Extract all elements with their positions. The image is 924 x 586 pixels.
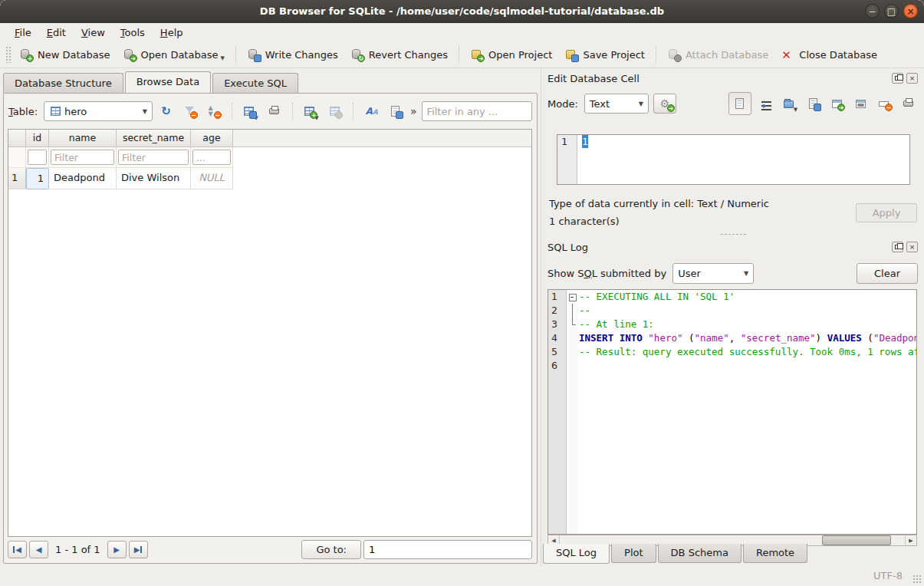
open-database-dropdown-icon[interactable]: ▼ bbox=[220, 55, 224, 61]
filter-age-input[interactable] bbox=[192, 150, 231, 165]
close-button[interactable]: × bbox=[903, 4, 918, 18]
dock-tab-remote[interactable]: Remote bbox=[743, 544, 807, 563]
fold-marker-icon[interactable] bbox=[567, 290, 579, 304]
sql-log-close-button[interactable]: × bbox=[906, 242, 918, 252]
print-cell-button[interactable] bbox=[899, 94, 918, 113]
sql-source-select[interactable]: User ▼ bbox=[672, 263, 754, 284]
cell-type-info: Type of data currently in cell: Text / N… bbox=[549, 198, 769, 209]
menu-edit[interactable]: Edit bbox=[40, 25, 73, 40]
save-results-icon bbox=[242, 105, 256, 118]
write-changes-button[interactable]: Write Changes bbox=[241, 45, 344, 64]
indent-icon bbox=[759, 97, 773, 110]
cell-secret-name[interactable]: Dive Wilson bbox=[117, 168, 191, 189]
filter-id-input[interactable] bbox=[28, 150, 47, 165]
scrollbar-thumb[interactable] bbox=[822, 535, 891, 545]
save-project-button[interactable]: Save Project bbox=[558, 45, 651, 64]
tab-database-structure[interactable]: Database Structure bbox=[3, 73, 123, 93]
table-select-value: hero bbox=[64, 106, 87, 117]
auto-format-button[interactable] bbox=[757, 94, 775, 113]
cell-editor-line-number: 1 bbox=[557, 135, 577, 148]
dock-tab-plot[interactable]: Plot bbox=[611, 544, 656, 563]
previous-record-button[interactable]: ◀ bbox=[29, 541, 48, 558]
menu-file[interactable]: File bbox=[8, 25, 38, 40]
minimize-button[interactable]: − bbox=[865, 4, 880, 18]
filter-name-input[interactable] bbox=[51, 150, 114, 165]
cell-age[interactable]: NULL bbox=[191, 168, 233, 189]
sql-log-controls: Show SQL submitted by User ▼ Clear bbox=[547, 261, 918, 285]
clear-sorting-button[interactable]: ▲▼− bbox=[203, 101, 224, 121]
resize-grip-icon[interactable] bbox=[912, 574, 922, 584]
row-header[interactable]: 1 bbox=[8, 168, 26, 189]
export-data-button[interactable] bbox=[804, 94, 823, 113]
sql-log-editor[interactable]: 1-- EXECUTING ALL IN 'SQL 1'2--3-- At li… bbox=[547, 289, 917, 535]
record-navigation: ◀ ◀ 1 - 1 of 1 ▶ ▶ Go to: bbox=[8, 539, 532, 560]
maximize-button[interactable]: □ bbox=[884, 4, 899, 18]
attach-database-icon bbox=[667, 48, 681, 61]
scroll-right-icon[interactable]: ▶ bbox=[905, 535, 916, 545]
copy-link-button[interactable] bbox=[852, 94, 870, 113]
revert-changes-button[interactable]: ↻ Revert Changes bbox=[344, 45, 454, 64]
print-button[interactable] bbox=[264, 101, 284, 121]
filter-any-input[interactable] bbox=[422, 101, 532, 121]
find-in-table-button[interactable] bbox=[385, 101, 406, 121]
close-database-button[interactable]: ✕ Close Database bbox=[774, 45, 883, 64]
goto-button[interactable]: Go to: bbox=[301, 540, 361, 559]
filter-name[interactable] bbox=[49, 147, 117, 168]
tab-execute-sql[interactable]: Execute SQL bbox=[212, 73, 298, 93]
menu-view[interactable]: View bbox=[74, 25, 112, 40]
column-header-secret-name[interactable]: secret_name bbox=[117, 130, 191, 147]
menu-help[interactable]: Help bbox=[153, 25, 190, 40]
cell-editor[interactable]: 1 1 bbox=[557, 134, 910, 185]
sql-log-float-button[interactable] bbox=[892, 242, 903, 252]
next-record-button[interactable]: ▶ bbox=[107, 541, 127, 558]
clear-filters-button[interactable]: − bbox=[179, 101, 200, 121]
import-data-button[interactable]: ▼ bbox=[781, 94, 799, 113]
table-select[interactable]: hero ▼ bbox=[44, 101, 153, 121]
delete-record-icon bbox=[328, 105, 342, 118]
apply-format-button[interactable]: ⚙ ➜ bbox=[653, 94, 676, 114]
clear-log-button[interactable]: Clear bbox=[857, 263, 918, 284]
encoding-indicator[interactable]: UTF-8 bbox=[873, 570, 903, 581]
mode-select[interactable]: Text ▼ bbox=[584, 94, 649, 114]
insert-record-button[interactable]: +▼ bbox=[301, 101, 321, 121]
edit-cell-close-button[interactable]: × bbox=[906, 73, 918, 84]
new-database-button[interactable]: + New Database bbox=[13, 45, 117, 64]
dock-tab-sql-log[interactable]: SQL Log bbox=[543, 544, 610, 564]
open-project-button[interactable]: ➜ Open Project bbox=[464, 45, 558, 64]
set-null-button[interactable]: − bbox=[876, 94, 894, 113]
cell-editor-value[interactable]: 1 bbox=[582, 135, 588, 148]
text-mode-toggle[interactable] bbox=[728, 92, 751, 115]
grid-row-filler bbox=[233, 168, 531, 189]
goto-input[interactable] bbox=[363, 540, 532, 559]
edit-display-format-button[interactable]: AA bbox=[361, 101, 382, 121]
filter-age[interactable] bbox=[191, 147, 233, 168]
cell-name[interactable]: Deadpond bbox=[49, 168, 117, 189]
dock-tab-db-schema[interactable]: DB Schema bbox=[658, 544, 742, 563]
set-null-icon: − bbox=[878, 97, 892, 110]
float-icon bbox=[895, 76, 899, 81]
toolbar-overflow-icon[interactable]: » bbox=[409, 105, 419, 117]
menu-tools[interactable]: Tools bbox=[113, 25, 152, 40]
last-record-button[interactable]: ▶ bbox=[129, 541, 148, 558]
toolbar-grip[interactable] bbox=[5, 46, 11, 63]
open-external-button[interactable]: ➜ bbox=[828, 94, 847, 113]
save-results-button[interactable]: ▼ bbox=[240, 101, 261, 121]
first-record-button[interactable]: ◀ bbox=[8, 541, 27, 558]
column-header-name[interactable]: name bbox=[49, 130, 117, 147]
column-header-age[interactable]: age bbox=[191, 130, 233, 147]
column-header-id[interactable]: id bbox=[26, 130, 49, 147]
filter-secret-name-input[interactable] bbox=[118, 150, 189, 165]
grid-corner-button[interactable] bbox=[8, 130, 26, 147]
print-icon bbox=[268, 105, 281, 118]
filter-id[interactable] bbox=[26, 147, 49, 168]
dock-splitter[interactable] bbox=[541, 232, 924, 236]
refresh-button[interactable]: ↻ bbox=[156, 101, 176, 121]
open-database-button[interactable]: ➜ Open Database ▼ bbox=[117, 45, 231, 64]
save-file-icon bbox=[807, 97, 820, 110]
edit-cell-float-button[interactable] bbox=[892, 73, 903, 84]
tab-browse-data[interactable]: Browse Data bbox=[125, 71, 212, 93]
open-database-icon: ➜ bbox=[123, 48, 136, 61]
cell-id[interactable]: 1 bbox=[26, 168, 49, 189]
title-bar[interactable]: DB Browser for SQLite - /home/user/code/… bbox=[0, 0, 924, 23]
filter-secret-name[interactable] bbox=[117, 147, 191, 168]
